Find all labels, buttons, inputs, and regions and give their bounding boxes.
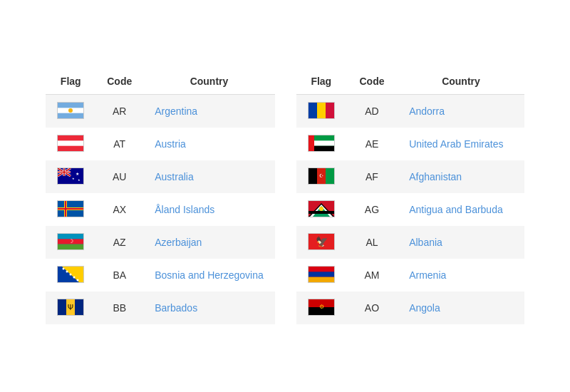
flag-ad — [308, 102, 335, 119]
flag-cell — [46, 94, 95, 128]
svg-rect-57 — [309, 272, 334, 277]
svg-rect-22 — [65, 201, 66, 217]
flag-ar — [57, 102, 84, 119]
flag-ag — [308, 200, 335, 217]
table-row: AXÅland Islands — [46, 193, 275, 226]
flag-bb: Ψ — [57, 299, 84, 316]
flag-cell — [46, 259, 95, 292]
svg-text:★: ★ — [78, 178, 81, 182]
country-code: AO — [346, 292, 398, 324]
svg-rect-21 — [58, 208, 83, 210]
country-code: AX — [95, 193, 143, 226]
country-name: Barbados — [143, 292, 275, 324]
table-row: ★ ★ ★ AUAustralia — [46, 160, 275, 193]
flag-az: ☽ — [57, 233, 84, 250]
country-code: AZ — [95, 226, 143, 259]
flag-cell — [296, 259, 346, 292]
svg-text:☪: ☪ — [319, 173, 323, 178]
flag-cell — [296, 94, 346, 128]
svg-rect-38 — [317, 103, 326, 118]
svg-rect-39 — [326, 103, 334, 118]
table-row: AEUnited Arab Emirates — [296, 128, 524, 160]
flag-au: ★ ★ ★ — [57, 167, 84, 185]
country-table-2: FlagCodeCountry ADAndorra AEUnited Arab … — [296, 68, 524, 324]
table-row: AGAntigua and Barbuda — [296, 193, 524, 226]
country-name: Austria — [143, 128, 275, 160]
country-code: AT — [95, 128, 143, 160]
country-code: AF — [346, 160, 398, 193]
country-code: BA — [95, 259, 143, 292]
flag-ba — [57, 266, 84, 283]
country-name: Andorra — [398, 94, 524, 128]
country-code: AG — [346, 193, 398, 226]
svg-point-29 — [63, 267, 65, 269]
country-code: AD — [346, 94, 398, 128]
country-name: Armenia — [398, 259, 524, 292]
svg-point-30 — [66, 270, 68, 272]
column-header: Country — [398, 68, 524, 95]
svg-rect-4 — [58, 140, 83, 145]
table-row: ATAustria — [46, 128, 275, 160]
flag-ae — [308, 135, 335, 152]
svg-text:🦅: 🦅 — [315, 236, 328, 248]
table-row: ARArgentina — [46, 94, 275, 128]
tables-container: FlagCodeCountry ARArgentina ATAustria ★ … — [31, 54, 539, 339]
table-row: ⚙ AOAngola — [296, 292, 524, 324]
svg-rect-43 — [309, 135, 314, 151]
flag-ao: ⚙ — [308, 299, 335, 316]
country-code: AL — [346, 226, 398, 259]
flag-cell: Ψ — [46, 292, 95, 324]
flag-cell: ⚙ — [296, 292, 346, 324]
country-name: Angola — [398, 292, 524, 324]
svg-text:Ψ: Ψ — [68, 304, 73, 311]
country-code: AR — [95, 94, 143, 128]
svg-point-33 — [77, 279, 79, 281]
column-header: Flag — [46, 68, 95, 95]
country-name: Afghanistan — [398, 160, 524, 193]
svg-rect-46 — [326, 168, 334, 184]
country-code: AU — [95, 160, 143, 193]
svg-text:☽: ☽ — [68, 238, 73, 244]
flag-am — [308, 266, 335, 283]
svg-rect-58 — [309, 277, 334, 282]
flag-cell — [296, 193, 346, 226]
flag-cell: ☪ — [296, 160, 346, 193]
country-code: AM — [346, 259, 398, 292]
svg-text:⚙: ⚙ — [318, 304, 323, 310]
table-row: 🦅 ALAlbania — [296, 226, 524, 259]
table-row: AMArmenia — [296, 259, 524, 292]
flag-ax — [57, 200, 84, 217]
svg-rect-25 — [58, 244, 83, 249]
flag-cell: ★ ★ ★ — [46, 160, 95, 193]
country-code: BB — [95, 292, 143, 324]
country-code: AE — [346, 128, 398, 160]
country-name: Albania — [398, 226, 524, 259]
country-name: Åland Islands — [143, 193, 275, 226]
flag-cell — [46, 193, 95, 226]
table-row: ADAndorra — [296, 94, 524, 128]
column-header: Country — [143, 68, 275, 95]
table-row: ☽ AZAzerbaijan — [46, 226, 275, 259]
country-name: Australia — [143, 160, 275, 193]
country-name: Argentina — [143, 94, 275, 128]
svg-point-2 — [68, 108, 73, 113]
table-row: ☪ AFAfghanistan — [296, 160, 524, 193]
country-name: Antigua and Barbuda — [398, 193, 524, 226]
country-name: Azerbaijan — [143, 226, 275, 259]
svg-rect-37 — [309, 103, 317, 118]
country-name: Bosnia and Herzegovina — [143, 259, 275, 292]
svg-point-53 — [319, 207, 323, 211]
svg-rect-52 — [309, 211, 334, 214]
flag-at — [57, 135, 84, 152]
flag-cell: 🦅 — [296, 226, 346, 259]
svg-text:★: ★ — [76, 172, 79, 176]
flag-cell — [296, 128, 346, 160]
column-header: Code — [95, 68, 143, 95]
table-row: Ψ BBBarbados — [46, 292, 275, 324]
table-row: BABosnia and Herzegovina — [46, 259, 275, 292]
country-table-1: FlagCodeCountry ARArgentina ATAustria ★ … — [46, 68, 275, 324]
svg-rect-44 — [309, 168, 317, 184]
country-name: United Arab Emirates — [398, 128, 524, 160]
flag-cell: ☽ — [46, 226, 95, 259]
flag-af: ☪ — [308, 167, 335, 185]
